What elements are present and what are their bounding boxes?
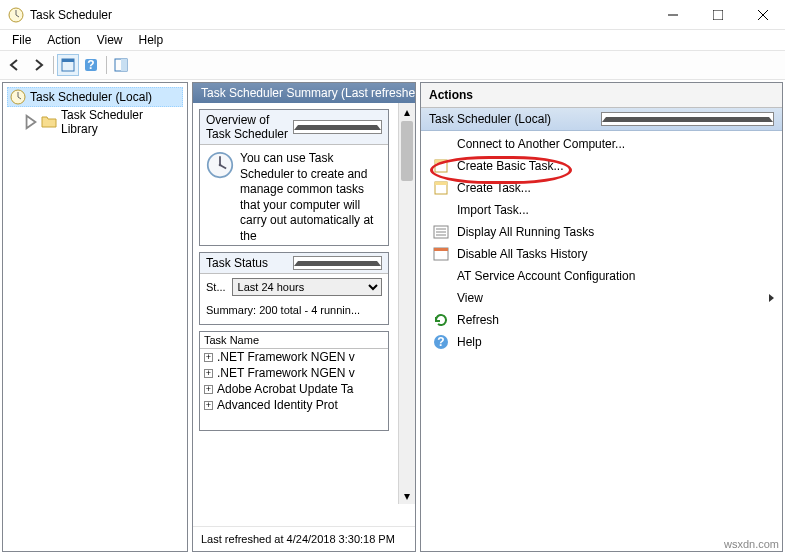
task-icon	[433, 180, 449, 196]
status-label: St...	[206, 281, 226, 293]
expand-box-icon[interactable]: +	[204, 369, 213, 378]
task-row[interactable]: +Advanced Identity Prot	[200, 397, 388, 413]
action-label: Import Task...	[457, 203, 529, 217]
overview-section: Overview of Task Scheduler You can use T…	[199, 109, 389, 246]
status-period-select[interactable]: Last 24 hours	[232, 278, 382, 296]
refresh-icon	[433, 312, 449, 328]
svg-rect-23	[435, 182, 447, 185]
action-at-service[interactable]: AT Service Account Configuration	[421, 265, 782, 287]
action-label: Disable All Tasks History	[457, 247, 588, 261]
back-button[interactable]	[4, 54, 26, 76]
chevron-right-icon	[769, 294, 774, 302]
expand-box-icon[interactable]: +	[204, 353, 213, 362]
titlebar: Task Scheduler	[0, 0, 785, 30]
tree-library[interactable]: Task Scheduler Library	[25, 107, 183, 137]
scope-button[interactable]	[57, 54, 79, 76]
toolbar-separator	[53, 56, 54, 74]
actions-pane: Actions Task Scheduler (Local) Connect t…	[420, 82, 783, 552]
menubar: File Action View Help	[0, 30, 785, 50]
action-label: AT Service Account Configuration	[457, 269, 635, 283]
expand-icon[interactable]	[27, 116, 39, 128]
actions-subheader[interactable]: Task Scheduler (Local)	[421, 108, 782, 131]
blank-icon	[433, 136, 449, 152]
task-name: Adobe Acrobat Update Ta	[217, 382, 354, 396]
action-help[interactable]: ? Help	[421, 331, 782, 353]
action-view[interactable]: View	[421, 287, 782, 309]
action-disable-history[interactable]: Disable All Tasks History	[421, 243, 782, 265]
blank-icon	[433, 268, 449, 284]
clock-icon	[206, 151, 234, 179]
status-summary: Summary: 200 total - 4 runnin...	[200, 300, 388, 324]
action-refresh[interactable]: Refresh	[421, 309, 782, 331]
task-row[interactable]: +Adobe Acrobat Update Ta	[200, 381, 388, 397]
task-list: Task Name +.NET Framework NGEN v +.NET F…	[199, 331, 389, 431]
menu-help[interactable]: Help	[131, 31, 172, 49]
menu-action[interactable]: Action	[39, 31, 88, 49]
properties-button[interactable]	[110, 54, 132, 76]
forward-button[interactable]	[27, 54, 49, 76]
svg-text:?: ?	[437, 335, 444, 349]
overview-text: You can use Task Scheduler to create and…	[240, 151, 382, 239]
toolbar: ?	[0, 50, 785, 80]
window-title: Task Scheduler	[30, 8, 650, 22]
action-label: Help	[457, 335, 482, 349]
tasklist-column-header[interactable]: Task Name	[200, 332, 388, 349]
svg-rect-8	[62, 59, 74, 62]
blank-icon	[433, 290, 449, 306]
svg-point-19	[219, 164, 222, 167]
tree-library-label: Task Scheduler Library	[61, 108, 181, 136]
tree-root-label: Task Scheduler (Local)	[30, 90, 152, 104]
action-display-running[interactable]: Display All Running Tasks	[421, 221, 782, 243]
actions-header: Actions	[421, 83, 782, 108]
scheduler-icon	[10, 89, 26, 105]
last-refreshed-footer: Last refreshed at 4/24/2018 3:30:18 PM	[193, 526, 415, 551]
task-name: .NET Framework NGEN v	[217, 366, 355, 380]
scroll-up-icon[interactable]: ▴	[399, 103, 415, 120]
action-connect-computer[interactable]: Connect to Another Computer...	[421, 133, 782, 155]
toolbar-separator	[106, 56, 107, 74]
collapse-icon[interactable]	[601, 112, 775, 126]
svg-rect-4	[713, 10, 723, 20]
svg-rect-12	[121, 59, 127, 71]
watermark: wsxdn.com	[724, 538, 779, 550]
history-icon	[433, 246, 449, 262]
help-button[interactable]: ?	[80, 54, 102, 76]
content-area: Task Scheduler (Local) Task Scheduler Li…	[0, 80, 785, 554]
action-create-task[interactable]: Create Task...	[421, 177, 782, 199]
tree-root[interactable]: Task Scheduler (Local)	[7, 87, 183, 107]
app-icon	[8, 7, 24, 23]
maximize-button[interactable]	[695, 0, 740, 29]
task-name: .NET Framework NGEN v	[217, 350, 355, 364]
scroll-thumb[interactable]	[401, 121, 413, 181]
task-row[interactable]: +.NET Framework NGEN v	[200, 349, 388, 365]
help-icon: ?	[433, 334, 449, 350]
action-label: Refresh	[457, 313, 499, 327]
task-name: Advanced Identity Prot	[217, 398, 338, 412]
collapse-icon[interactable]	[293, 120, 382, 134]
action-create-basic-task[interactable]: Create Basic Task...	[421, 155, 782, 177]
status-header[interactable]: Task Status	[200, 253, 388, 274]
action-import-task[interactable]: Import Task...	[421, 199, 782, 221]
expand-box-icon[interactable]: +	[204, 385, 213, 394]
overview-header[interactable]: Overview of Task Scheduler	[200, 110, 388, 145]
collapse-icon[interactable]	[293, 256, 382, 270]
minimize-button[interactable]	[650, 0, 695, 29]
menu-view[interactable]: View	[89, 31, 131, 49]
action-label: Connect to Another Computer...	[457, 137, 625, 151]
svg-text:?: ?	[87, 58, 94, 72]
tree-pane: Task Scheduler (Local) Task Scheduler Li…	[2, 82, 188, 552]
blank-icon	[433, 202, 449, 218]
task-row[interactable]: +.NET Framework NGEN v	[200, 365, 388, 381]
status-section: Task Status St... Last 24 hours Summary:…	[199, 252, 389, 325]
list-icon	[433, 224, 449, 240]
close-button[interactable]	[740, 0, 785, 29]
scroll-down-icon[interactable]: ▾	[399, 487, 415, 504]
summary-header: Task Scheduler Summary (Last refreshed: …	[193, 83, 415, 103]
overview-body: You can use Task Scheduler to create and…	[200, 145, 388, 245]
action-label: Create Basic Task...	[457, 159, 564, 173]
expand-box-icon[interactable]: +	[204, 401, 213, 410]
folder-icon	[41, 114, 57, 130]
scrollbar[interactable]: ▴ ▾	[398, 103, 415, 504]
menu-file[interactable]: File	[4, 31, 39, 49]
status-filter-row: St... Last 24 hours	[200, 274, 388, 300]
